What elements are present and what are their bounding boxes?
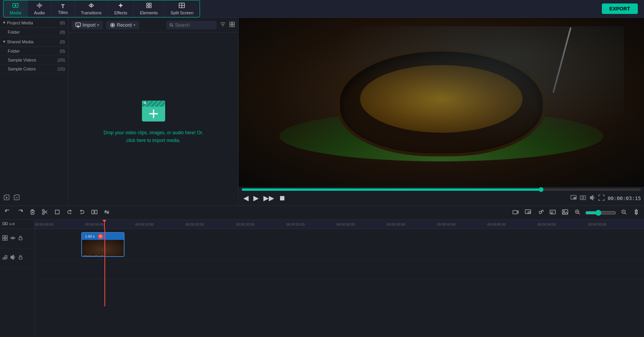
- svg-rect-49: [55, 210, 59, 214]
- tab-transitions-label: Transitions: [81, 10, 101, 15]
- tab-titles[interactable]: T Titles: [51, 0, 75, 17]
- tab-transitions[interactable]: Transitions: [75, 0, 108, 17]
- main-area: ▾ Project Media (0) Folder (0) ▾ Shared …: [0, 18, 644, 205]
- video-track-grid-button[interactable]: [2, 235, 8, 242]
- audio-track-lock-button[interactable]: [18, 255, 23, 261]
- zoom-range[interactable]: [585, 210, 616, 216]
- record-label: Record: [117, 22, 132, 28]
- shared-media-header[interactable]: ▾ Shared Media (0): [0, 37, 68, 47]
- grid-view-button[interactable]: [229, 21, 235, 29]
- nav-tabs: Media Audio T Titles Transitions Effects: [3, 0, 200, 17]
- tab-audio[interactable]: Audio: [28, 0, 51, 17]
- shared-media-folder[interactable]: Folder (0): [0, 47, 68, 56]
- play-button[interactable]: ▶: [252, 192, 260, 204]
- clip-close-button[interactable]: ✕: [98, 234, 103, 239]
- ruler-20: 00:00:20:00: [236, 222, 255, 226]
- export-button[interactable]: EXPORT: [602, 3, 638, 14]
- svg-rect-50: [92, 210, 94, 214]
- settings-button[interactable]: [632, 208, 641, 217]
- shared-media-sample-colors[interactable]: Sample Colors (15): [0, 65, 68, 74]
- audio-track-volume-button[interactable]: [10, 255, 15, 261]
- progress-bar[interactable]: [242, 188, 641, 191]
- add-folder-button[interactable]: [3, 194, 10, 202]
- tab-elements[interactable]: Elements: [134, 0, 164, 17]
- project-media-folder[interactable]: Folder (0): [0, 28, 68, 37]
- record-button[interactable]: Record ▾: [106, 21, 139, 29]
- shared-media-sample-videos[interactable]: Sample Videos (20): [0, 56, 68, 65]
- project-media-header[interactable]: ▾ Project Media (0): [0, 18, 68, 28]
- stop-button[interactable]: ⏹: [277, 192, 287, 204]
- snap-button[interactable]: [2, 221, 8, 228]
- screenshot-button[interactable]: [580, 195, 586, 202]
- svg-line-84: [5, 255, 7, 256]
- svg-point-80: [12, 237, 14, 239]
- zoom-in-button[interactable]: [573, 208, 582, 217]
- record-icon: [110, 22, 115, 28]
- svg-rect-23: [232, 22, 234, 24]
- timeline-ruler: 00:00:00:00 00:00:05:00 00:00:10:00 00:0…: [35, 220, 644, 229]
- remove-folder-button[interactable]: [13, 194, 20, 202]
- progress-handle[interactable]: [539, 187, 543, 192]
- timeline-right-tools: [511, 208, 641, 217]
- skip-back-button[interactable]: ◀: [242, 192, 250, 204]
- ruler-40: 00:00:40:00: [437, 222, 456, 226]
- audio-settings-button[interactable]: [102, 208, 111, 217]
- rotate-ccw-button[interactable]: [65, 208, 74, 217]
- playhead-marker: [102, 220, 106, 223]
- video-track-controls: [0, 229, 34, 248]
- svg-rect-78: [3, 238, 5, 240]
- playhead-ruler-line: [104, 223, 105, 229]
- video-track-eye-button[interactable]: [10, 235, 15, 242]
- tab-effects[interactable]: Effects: [108, 0, 134, 17]
- video-clip[interactable]: 1.00 x ✕ Plating Food: [81, 232, 125, 257]
- top-nav: Media Audio T Titles Transitions Effects: [0, 0, 644, 18]
- project-media-folder-count: (0): [60, 30, 65, 34]
- import-button[interactable]: Import ▾: [72, 21, 103, 29]
- pip-button[interactable]: [571, 195, 577, 202]
- svg-rect-5: [147, 6, 149, 8]
- svg-rect-51: [95, 210, 97, 214]
- ruler-15: 00:00:15:00: [186, 222, 204, 226]
- split-audio-button[interactable]: [90, 208, 99, 217]
- svg-rect-77: [5, 236, 7, 238]
- timeline-body: 00:00:00:00 00:00:05:00 00:00:10:00 00:0…: [0, 220, 644, 337]
- add-audio-track-button[interactable]: [536, 208, 545, 217]
- svg-rect-58: [528, 212, 530, 213]
- audio-track-music-button[interactable]: [2, 255, 8, 261]
- filter-button[interactable]: [220, 21, 226, 29]
- crop-button[interactable]: [53, 208, 62, 217]
- link-button[interactable]: [9, 221, 15, 228]
- svg-point-59: [539, 211, 542, 214]
- svg-point-64: [564, 210, 565, 212]
- search-input[interactable]: [175, 22, 214, 28]
- time-display: 00:00:03:15: [608, 195, 641, 201]
- zoom-fit-button[interactable]: [619, 208, 629, 217]
- tab-media[interactable]: Media: [3, 0, 28, 17]
- volume-button[interactable]: [589, 195, 595, 202]
- shared-media-section: ▾ Shared Media (0) Folder (0) Sample Vid…: [0, 37, 68, 74]
- video-track-lock-button[interactable]: [18, 235, 23, 242]
- playback-controls: ◀ ▶ ▶▶ ⏹: [242, 192, 287, 204]
- food-preview-image: [239, 18, 644, 187]
- audio-icon: [36, 2, 43, 10]
- project-media-folder-label: Folder: [8, 30, 20, 34]
- add-image-button[interactable]: [560, 208, 570, 217]
- ruler-35: 00:00:35:00: [387, 222, 405, 226]
- undo-button[interactable]: [3, 208, 12, 217]
- tab-split-screen[interactable]: Split Screen: [164, 0, 200, 17]
- cut-button[interactable]: [40, 208, 50, 217]
- media-drop-area[interactable]: Drop your video clips, images, or audio …: [68, 33, 238, 205]
- fullscreen-button[interactable]: [598, 195, 605, 202]
- ruler-marks: 00:00:00:00 00:00:05:00 00:00:10:00 00:0…: [35, 220, 644, 229]
- redo-button[interactable]: [15, 208, 25, 217]
- add-subtitle-button[interactable]: [548, 208, 557, 217]
- rotate-cw-button[interactable]: [77, 208, 87, 217]
- add-camera-button[interactable]: [511, 208, 520, 217]
- spoon-shape: [553, 27, 572, 93]
- add-pip-button[interactable]: [523, 208, 533, 217]
- preview-video: [239, 18, 644, 187]
- timeline-toolbar: [0, 206, 644, 220]
- svg-rect-73: [3, 222, 5, 225]
- delete-button[interactable]: [28, 208, 37, 217]
- forward-button[interactable]: ▶▶: [262, 192, 276, 204]
